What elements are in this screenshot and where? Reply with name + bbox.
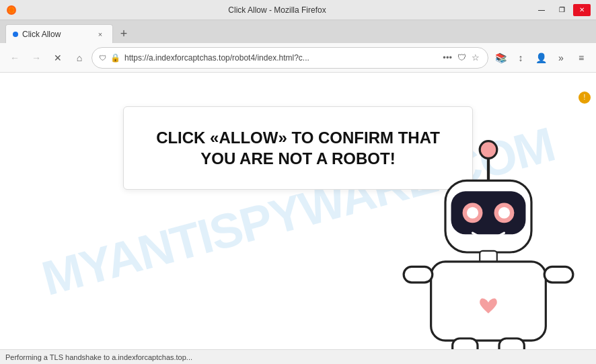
svg-rect-5 xyxy=(451,191,526,234)
robot-illustration xyxy=(381,134,596,349)
reload-button[interactable]: ✕ xyxy=(48,48,67,67)
security-icon: 🛡 xyxy=(99,54,106,62)
urlbar-more-icon[interactable]: ••• xyxy=(441,51,453,64)
urlbar-shield-icon[interactable]: 🛡 xyxy=(456,51,468,64)
forward-button[interactable]: → xyxy=(27,48,46,67)
titlebar-title: Click Allow - Mozilla Firefox xyxy=(22,5,533,15)
tab-close-button[interactable]: × xyxy=(95,29,106,40)
account-button[interactable]: 👤 xyxy=(531,48,550,67)
titlebar: Click Allow - Mozilla Firefox — ❐ ✕ xyxy=(0,0,596,20)
svg-point-8 xyxy=(467,207,478,219)
tab-title: Click Allow xyxy=(22,30,91,39)
statusbar-text: Performing a TLS handshake to a.indexfor… xyxy=(5,353,192,361)
robot-svg xyxy=(381,134,596,349)
restore-button[interactable]: ❐ xyxy=(553,4,570,16)
synced-tabs-button[interactable]: ↕ xyxy=(511,48,530,67)
back-button[interactable]: ← xyxy=(5,48,24,67)
statusbar: Performing a TLS handshake to a.indexfor… xyxy=(0,349,596,364)
page-content: MYANTISPYWARE.COM CLICK «ALLOW» TO CONFI… xyxy=(0,73,596,349)
titlebar-left xyxy=(5,4,22,16)
url-bar[interactable]: 🛡 🔒 https://a.indexforcaptchas.top/robot… xyxy=(91,47,488,69)
svg-point-3 xyxy=(480,141,497,159)
svg-point-9 xyxy=(498,207,510,219)
menu-button[interactable]: ≡ ! xyxy=(572,48,591,67)
home-button[interactable]: ⌂ xyxy=(70,48,89,67)
library-button[interactable]: 📚 xyxy=(491,48,510,67)
urlbar-bookmark-icon[interactable]: ☆ xyxy=(470,51,481,64)
lock-icon: 🔒 xyxy=(110,53,120,63)
svg-rect-15 xyxy=(499,338,524,349)
extensions-button[interactable]: » xyxy=(552,48,570,67)
toolbar-right: 📚 ↕ 👤 » ≡ ! xyxy=(491,48,591,67)
urlbar-actions: ••• 🛡 ☆ xyxy=(441,51,481,64)
tabbar: Click Allow × + xyxy=(0,20,596,43)
titlebar-controls: — ❐ ✕ xyxy=(533,4,591,16)
firefox-logo-icon xyxy=(5,4,17,16)
svg-rect-12 xyxy=(404,266,433,282)
close-button[interactable]: ✕ xyxy=(573,4,591,16)
url-text: https://a.indexforcaptchas.top/robot4/in… xyxy=(124,53,437,63)
notification-badge: ! xyxy=(579,92,591,104)
minimize-button[interactable]: — xyxy=(533,4,550,16)
svg-rect-13 xyxy=(544,266,573,282)
navbar: ← → ✕ ⌂ 🛡 🔒 https://a.indexforcaptchas.t… xyxy=(0,43,596,73)
menu-icon: ≡ xyxy=(579,52,584,63)
svg-rect-11 xyxy=(431,262,546,340)
new-tab-button[interactable]: + xyxy=(114,24,133,43)
svg-rect-14 xyxy=(453,338,478,349)
tab-favicon-dot xyxy=(13,32,18,37)
tab-click-allow[interactable]: Click Allow × xyxy=(5,24,113,43)
